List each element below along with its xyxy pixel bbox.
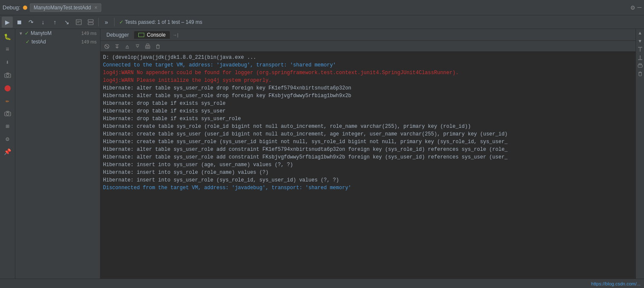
step-out-button[interactable]: ↑ (49, 17, 60, 28)
console-line: Hibernate: create table sys_role (role_i… (103, 123, 633, 130)
main-tab[interactable]: ManytoManyTest.testAdd × (30, 3, 101, 12)
debug-label: Debug: (3, 4, 20, 11)
delete-btn[interactable] (153, 42, 163, 51)
svg-rect-0 (76, 20, 81, 25)
console-line: Hibernate: alter table sys_user_role add… (103, 146, 633, 153)
console-tab-label: Console (147, 32, 166, 38)
console-line: Hibernate: drop table if exists sys_user… (103, 115, 633, 123)
console-line: log4j:WARN No appenders could be found f… (103, 69, 633, 77)
console-line: Hibernate: insert into sys_user_role (sy… (103, 176, 633, 184)
gear-icon[interactable]: ⚙ (631, 3, 635, 12)
test-item-testad[interactable]: ✓ testAd 149 ms (15, 37, 100, 46)
test-result-label: ✓ Tests passed: 1 of 1 test – 149 ms (119, 19, 202, 25)
expand-arrow: ▼ (19, 31, 23, 36)
svg-rect-3 (88, 20, 93, 22)
console-line: Connected to the target VM, address: 'ja… (103, 61, 633, 69)
top-bar: Debug: ManytoManyTest.testAdd × ⚙ — (0, 0, 644, 15)
main-area: 🐛 ≡ ⬇ ⬤ ✏ ⊞ ⚙ 📌 (0, 29, 644, 279)
console-line: Hibernate: insert into sys_user (age, us… (103, 161, 633, 169)
console-line: Hibernate: drop table if exists sys_user (103, 107, 633, 115)
align-top-btn[interactable] (637, 46, 644, 53)
tab-debugger[interactable]: Debugger (102, 31, 133, 39)
pass-check: ✓ (25, 30, 29, 36)
svg-point-6 (6, 74, 9, 77)
sidebar-record-icon[interactable]: ⬤ (2, 82, 14, 94)
run-to-cursor-button[interactable]: ↘ (61, 17, 72, 28)
test-method-time: 149 ms (81, 39, 97, 44)
trash-right-btn[interactable] (637, 70, 644, 77)
test-panel: ▼ ✓ ManytoM 149 ms ✓ testAd 149 ms (15, 29, 100, 279)
scroll-bottom-btn[interactable]: ▼ (637, 38, 644, 45)
test-class-time: 149 ms (81, 31, 97, 36)
status-link[interactable]: https://blog.csdn.com/... (591, 281, 641, 286)
print-btn[interactable] (143, 42, 152, 51)
svg-line-12 (106, 45, 108, 48)
console-line: Hibernate: alter table sys_user_role dro… (103, 92, 633, 100)
frames-button[interactable] (85, 17, 96, 28)
more-button[interactable]: » (101, 17, 112, 28)
scroll-top-btn[interactable]: ▲ (637, 30, 644, 37)
svg-rect-18 (146, 44, 149, 46)
close-icon[interactable]: × (94, 5, 97, 11)
console-line: D: (develop(java(jdk(jdk1.8.0_221(bin(ja… (103, 54, 633, 61)
left-sidebar: 🐛 ≡ ⬇ ⬤ ✏ ⊞ ⚙ 📌 (0, 29, 15, 279)
test-class-name: ManytoM (31, 30, 52, 36)
console-output[interactable]: D: (develop(java(jdk(jdk1.8.0_221(bin(ja… (100, 52, 635, 279)
stop-button[interactable]: ⏹ (14, 17, 25, 28)
sidebar-down-icon[interactable]: ⬇ (2, 56, 14, 68)
console-line: Hibernate: insert into sys_role (role_na… (103, 169, 633, 176)
step-into-button[interactable]: ↓ (37, 17, 49, 28)
align-bottom-btn[interactable] (637, 54, 644, 61)
tab-console[interactable]: Console (134, 31, 170, 39)
svg-rect-19 (146, 47, 149, 48)
sidebar-settings-icon[interactable]: ⚙ (2, 133, 14, 145)
toolbar-row: ▶ ⏹ ↷ ↓ ↑ ↘ » ✓ Tests passed: 1 of 1 tes… (0, 15, 644, 29)
svg-rect-7 (6, 73, 9, 74)
scroll-down-btn[interactable] (133, 42, 142, 51)
svg-rect-27 (639, 63, 641, 65)
sidebar-grid-icon[interactable]: ⊞ (2, 120, 14, 132)
step-over-button[interactable]: ↷ (26, 17, 37, 28)
console-tab-icon (138, 33, 144, 37)
svg-rect-4 (88, 23, 93, 25)
console-line: Hibernate: drop table if exists sys_role (103, 100, 633, 107)
console-line: Hibernate: alter table sys_user_role dro… (103, 84, 633, 92)
scroll-to-end-btn[interactable] (112, 42, 122, 51)
minimize-icon[interactable]: — (637, 4, 641, 12)
test-method-name: testAd (31, 39, 46, 45)
ide-container: Debug: ManytoManyTest.testAdd × ⚙ — ▶ ⏹ … (0, 0, 644, 288)
test-item-manytom[interactable]: ▼ ✓ ManytoM 149 ms (15, 29, 100, 37)
status-bar: https://blog.csdn.com/... (0, 279, 644, 288)
svg-point-9 (6, 112, 9, 115)
clear-console-btn[interactable] (102, 42, 112, 51)
svg-rect-26 (638, 65, 642, 67)
svg-rect-28 (639, 72, 641, 76)
console-line: Disconnected from the target VM, address… (103, 184, 633, 192)
tab-icon (23, 6, 27, 10)
svg-rect-20 (157, 45, 159, 49)
sidebar-bug-icon[interactable]: 🐛 (2, 31, 14, 43)
evaluate-button[interactable] (73, 17, 84, 28)
sidebar-camera2-icon[interactable] (2, 107, 14, 119)
sidebar-pin-icon[interactable]: 📌 (2, 146, 14, 158)
sidebar-edit-icon[interactable]: ✏ (2, 95, 14, 107)
print-right-btn[interactable] (637, 62, 644, 69)
sidebar-camera-icon[interactable] (2, 69, 14, 81)
sidebar-list-icon[interactable]: ≡ (2, 43, 14, 55)
right-panel: ▲ ▼ (635, 29, 644, 279)
resume-button[interactable]: ▶ (2, 17, 13, 28)
svg-rect-17 (146, 46, 150, 49)
tab-title: ManytoManyTest.testAdd (34, 5, 91, 11)
pass-icon: ✓ (119, 19, 123, 25)
scroll-up-btn[interactable] (123, 42, 132, 51)
console-panel: Debugger Console →| (100, 29, 635, 279)
console-more-btn[interactable]: →| (171, 30, 180, 40)
console-line: Hibernate: create table sys_user_role (s… (103, 138, 633, 146)
console-line: log4j:WARN Please initialize the log4j s… (103, 77, 633, 84)
console-line: Hibernate: alter table sys_user_role add… (103, 153, 633, 161)
console-tabs: Debugger Console →| (100, 29, 635, 41)
pass-check2: ✓ (26, 39, 30, 45)
console-line: Hibernate: create table sys_user (user_i… (103, 130, 633, 138)
svg-rect-10 (6, 111, 9, 112)
console-toolbar (100, 41, 635, 52)
